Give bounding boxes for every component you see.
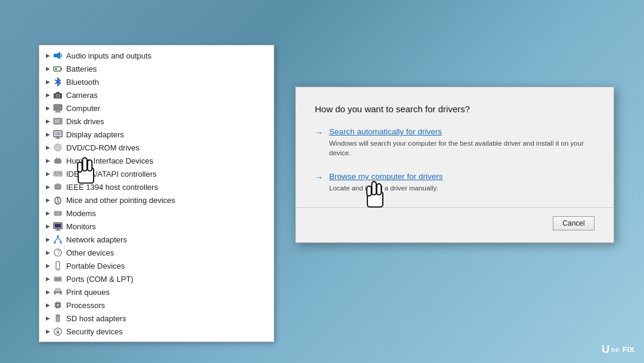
disk-icon bbox=[52, 116, 63, 127]
device-item-print[interactable]: ▶Print queues bbox=[39, 285, 274, 299]
device-item-security[interactable]: ▶Security devices bbox=[39, 325, 274, 338]
chevron-icon: ▶ bbox=[44, 65, 51, 72]
cameras-icon bbox=[52, 90, 63, 100]
svg-rect-67 bbox=[58, 315, 58, 317]
device-item-hid[interactable]: ▶Human Interface Devices bbox=[39, 154, 274, 167]
chevron-icon: ▶ bbox=[44, 196, 51, 204]
dialog-title: How do you want to search for drivers? bbox=[315, 104, 595, 114]
svg-point-19 bbox=[57, 147, 59, 149]
device-item-monitors[interactable]: ▶Monitors bbox=[39, 220, 274, 233]
svg-rect-56 bbox=[57, 304, 59, 306]
device-item-ide[interactable]: ▶IDE/ATA/ATAPI controllers bbox=[39, 167, 274, 180]
svg-rect-48 bbox=[57, 268, 58, 269]
svg-rect-21 bbox=[56, 158, 57, 160]
browse-computer-option[interactable]: → Browse my computer for drivers Locate … bbox=[315, 172, 595, 193]
arrow-icon-1: → bbox=[315, 128, 323, 137]
svg-rect-10 bbox=[55, 112, 61, 113]
device-item-portable[interactable]: ▶Portable Devices bbox=[39, 259, 274, 272]
device-item-modems[interactable]: ▶Modems bbox=[39, 207, 274, 220]
device-item-cameras[interactable]: ▶Cameras bbox=[39, 88, 274, 101]
chevron-icon: ▶ bbox=[44, 249, 51, 256]
watermark-brand: se bbox=[611, 345, 619, 354]
device-item-ieee[interactable]: ▶IEEE 1394 host controllers bbox=[39, 180, 274, 193]
chevron-icon: ▶ bbox=[44, 328, 51, 335]
hid-label: Human Interface Devices bbox=[66, 156, 153, 165]
svg-marker-1 bbox=[57, 52, 60, 59]
computer-label: Computer bbox=[66, 104, 100, 113]
ports-label: Ports (COM & LPT) bbox=[66, 275, 134, 284]
svg-rect-49 bbox=[54, 277, 61, 281]
monitors-label: Monitors bbox=[66, 222, 96, 231]
display-label: Display adapters bbox=[66, 130, 124, 139]
dialog-divider bbox=[296, 207, 614, 208]
svg-rect-25 bbox=[57, 173, 58, 174]
modems-label: Modems bbox=[66, 209, 96, 218]
svg-rect-50 bbox=[55, 278, 57, 280]
browse-computer-desc: Locate and install a driver manually. bbox=[329, 183, 443, 193]
security-label: Security devices bbox=[66, 327, 123, 336]
svg-point-42 bbox=[60, 241, 62, 244]
chevron-icon: ▶ bbox=[44, 157, 51, 164]
chevron-icon: ▶ bbox=[44, 236, 51, 243]
audio-label: Audio inputs and outputs bbox=[66, 51, 151, 60]
device-item-dvd[interactable]: ▶DVD/CD-ROM drives bbox=[39, 141, 274, 154]
chevron-icon: ▶ bbox=[44, 144, 51, 151]
svg-rect-39 bbox=[55, 230, 60, 230]
svg-rect-17 bbox=[55, 138, 60, 139]
device-item-processors[interactable]: ▶Processors bbox=[39, 299, 274, 312]
device-item-mice[interactable]: ▶Mice and other pointing devices bbox=[39, 193, 274, 207]
watermark: U se FIX bbox=[602, 343, 634, 356]
svg-point-34 bbox=[57, 213, 58, 214]
svg-rect-16 bbox=[57, 137, 58, 138]
svg-rect-5 bbox=[54, 93, 62, 99]
chevron-icon: ▶ bbox=[44, 170, 51, 177]
svg-rect-66 bbox=[57, 315, 57, 317]
monitors-icon bbox=[52, 221, 63, 232]
device-item-disk[interactable]: ▶Disk drives bbox=[39, 115, 274, 128]
svg-point-41 bbox=[54, 241, 56, 244]
device-item-display[interactable]: ▶Display adapters bbox=[39, 128, 274, 141]
network-label: Network adapters bbox=[66, 235, 127, 244]
search-automatically-option[interactable]: → Search automatically for drivers Windo… bbox=[315, 127, 595, 158]
cancel-button[interactable]: Cancel bbox=[553, 216, 595, 230]
ports-icon bbox=[52, 273, 63, 284]
chevron-icon: ▶ bbox=[44, 262, 51, 269]
chevron-icon: ▶ bbox=[44, 52, 51, 59]
svg-rect-37 bbox=[55, 224, 61, 228]
svg-rect-38 bbox=[57, 229, 58, 230]
computer-icon bbox=[52, 103, 63, 113]
print-label: Print queues bbox=[66, 288, 110, 297]
device-item-audio[interactable]: ▶Audio inputs and outputs bbox=[39, 49, 274, 62]
device-item-bluetooth[interactable]: ▶Bluetooth bbox=[39, 75, 274, 88]
svg-rect-53 bbox=[55, 288, 60, 291]
svg-rect-68 bbox=[59, 315, 60, 317]
chevron-icon: ▶ bbox=[44, 131, 51, 138]
other-icon: ? bbox=[52, 247, 63, 258]
device-item-other[interactable]: ▶?Other devices bbox=[39, 246, 274, 259]
chevron-icon: ▶ bbox=[44, 104, 51, 112]
watermark-fix: FIX bbox=[623, 345, 634, 354]
sd-icon bbox=[52, 313, 63, 324]
svg-rect-7 bbox=[56, 92, 60, 94]
svg-point-31 bbox=[57, 201, 59, 204]
update-driver-dialog: How do you want to search for drivers? →… bbox=[295, 87, 614, 243]
device-item-batteries[interactable]: ▶Batteries bbox=[39, 62, 274, 75]
svg-line-43 bbox=[55, 238, 58, 241]
search-automatically-desc: Windows will search your computer for th… bbox=[329, 139, 595, 158]
svg-rect-15 bbox=[55, 132, 61, 136]
disk-label: Disk drives bbox=[66, 117, 104, 126]
device-item-ports[interactable]: ▶Ports (COM & LPT) bbox=[39, 272, 274, 285]
svg-rect-28 bbox=[57, 183, 59, 185]
ieee-label: IEEE 1394 host controllers bbox=[66, 183, 158, 192]
chevron-icon: ▶ bbox=[44, 302, 51, 309]
device-item-sd[interactable]: ▶SD host adapters bbox=[39, 312, 274, 325]
ide-label: IDE/ATA/ATAPI controllers bbox=[66, 170, 156, 179]
audio-icon bbox=[52, 50, 63, 61]
chevron-icon: ▶ bbox=[44, 78, 51, 85]
device-item-network[interactable]: ▶Network adapters bbox=[39, 233, 274, 246]
security-icon bbox=[52, 326, 63, 337]
chevron-icon: ▶ bbox=[44, 183, 51, 190]
device-item-computer[interactable]: ▶Computer bbox=[39, 101, 274, 115]
svg-point-40 bbox=[57, 235, 59, 238]
network-icon bbox=[52, 234, 63, 245]
